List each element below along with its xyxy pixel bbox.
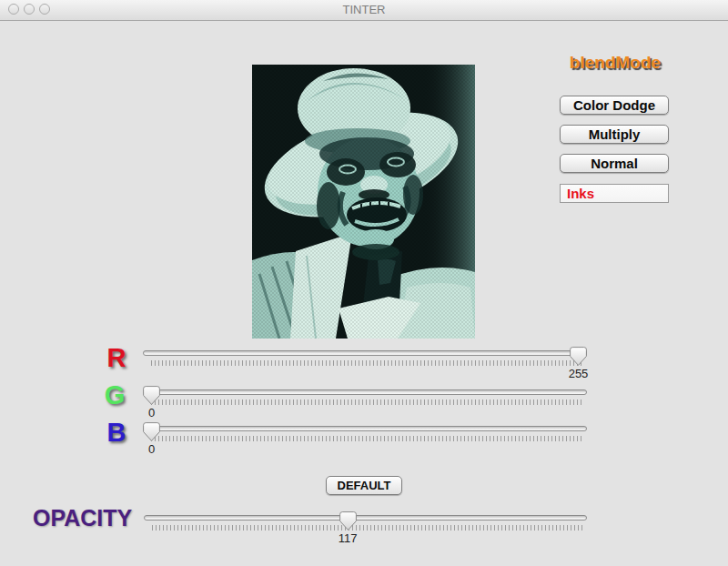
multiply-button[interactable]: Multiply: [560, 125, 669, 144]
blue-slider[interactable]: 0: [143, 422, 587, 450]
red-channel-label: R: [98, 345, 135, 370]
default-button[interactable]: DEFAULT: [326, 476, 402, 495]
slider-ticks: [151, 436, 584, 441]
tinter-window: TINTER: [0, 0, 728, 566]
slider-track[interactable]: [143, 350, 587, 356]
inks-field[interactable]: Inks: [560, 184, 669, 203]
slider-thumb[interactable]: [143, 422, 160, 441]
minimize-button[interactable]: [24, 4, 35, 15]
traffic-lights: [8, 4, 50, 15]
tinted-portrait-image: [252, 65, 475, 339]
red-value: 255: [569, 367, 589, 380]
slider-thumb[interactable]: [570, 347, 587, 366]
slider-thumb[interactable]: [339, 511, 357, 531]
normal-button[interactable]: Normal: [560, 154, 669, 173]
blue-channel-label: B: [98, 419, 135, 445]
slider-track[interactable]: [143, 426, 587, 431]
green-slider[interactable]: 0: [143, 386, 587, 413]
slider-track[interactable]: [144, 515, 587, 521]
close-button[interactable]: [8, 4, 19, 15]
title-bar: TINTER: [0, 0, 728, 21]
opacity-slider[interactable]: 117: [144, 511, 587, 539]
slider-track[interactable]: [143, 389, 587, 395]
window-title: TINTER: [0, 0, 728, 20]
slider-thumb[interactable]: [143, 386, 160, 405]
green-channel-label: G: [96, 382, 133, 408]
zoom-button[interactable]: [39, 4, 50, 15]
blue-value: 0: [148, 442, 155, 456]
opacity-label: OPACITY: [33, 506, 126, 530]
blendmode-heading: blendMode: [560, 53, 671, 73]
red-slider[interactable]: 255: [143, 347, 587, 374]
opacity-value: 117: [339, 531, 358, 545]
green-value: 0: [148, 406, 155, 419]
slider-ticks: [151, 399, 584, 405]
color-dodge-button[interactable]: Color Dodge: [560, 96, 669, 115]
slider-ticks: [151, 360, 584, 366]
slider-ticks: [152, 525, 584, 531]
